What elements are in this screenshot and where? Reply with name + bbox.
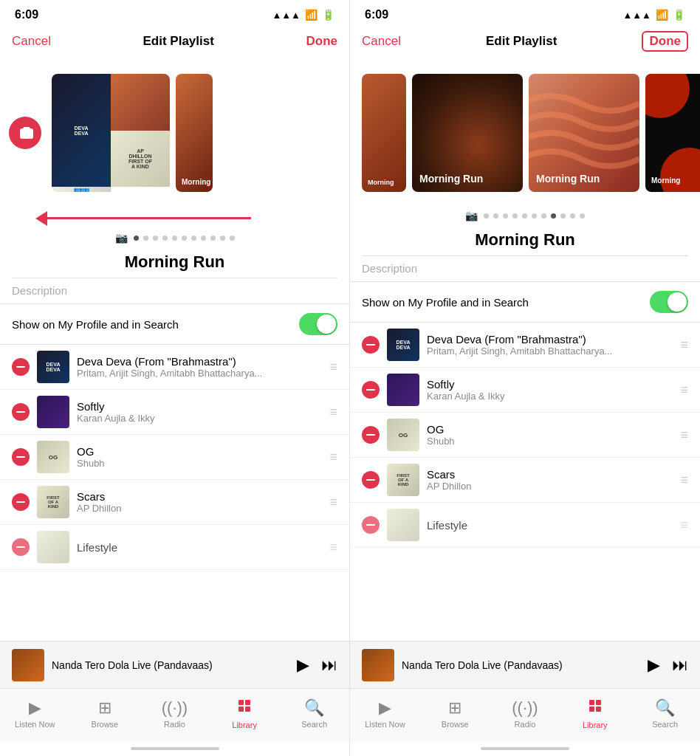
done-button-right[interactable]: Done	[642, 31, 688, 52]
cover-area-left: DEVADEVA APDHILLONFIRST OFA KIND 👥👥👥 Mor…	[0, 59, 349, 207]
nav-title-left: Edit Playlist	[143, 34, 214, 49]
tab-radio-left[interactable]: ((·)) Radio	[152, 698, 196, 729]
song-item-deva-right: DEVADEVA Deva Deva (From "Brahmastra") P…	[350, 323, 700, 368]
drag-handle-deva-left[interactable]: ≡	[329, 360, 337, 375]
now-playing-right: Nanda Tero Dola Live (Pandavaas) ▶ ⏭	[350, 641, 700, 688]
description-placeholder-right: Description	[362, 262, 417, 275]
song-remove-scars-left[interactable]	[12, 493, 30, 511]
toggle-switch-left[interactable]	[299, 313, 337, 335]
now-playing-left: Nanda Tero Dola Live (Pandavaas) ▶ ⏭	[0, 641, 349, 688]
cover-area-right: Morning Morning Run Morning Run	[350, 59, 700, 207]
toggle-switch-right[interactable]	[650, 291, 688, 313]
tab-bar-left: ▶ Listen Now ⊞ Browse ((·)) Radio Librar…	[0, 688, 349, 741]
tab-browse-right[interactable]: ⊞ Browse	[433, 698, 477, 729]
drag-handle-deva-right[interactable]: ≡	[680, 337, 688, 353]
toggle-knob-right	[668, 292, 687, 312]
playlist-title-input-left[interactable]	[12, 252, 337, 278]
song-art-og-right: OG	[387, 419, 419, 451]
song-artist-scars-left: AP Dhillon	[77, 503, 322, 514]
cover-scroll-right[interactable]: Morning Morning Run Morning Run	[350, 74, 700, 192]
drag-handle-lifestyle-right[interactable]: ≡	[680, 518, 688, 533]
song-info-og-right: OG Shubh	[427, 423, 673, 447]
done-button-left[interactable]: Done	[306, 34, 337, 49]
np-title-right: Nanda Tero Dola Live (Pandavaas)	[402, 659, 640, 671]
song-item-softly-left: Softly Karan Aujla & Ikky ≡	[0, 390, 349, 435]
drag-handle-softly-left[interactable]: ≡	[329, 405, 337, 420]
np-skip-button-right[interactable]: ⏭	[672, 656, 688, 675]
song-info-lifestyle-right: Lifestyle	[427, 519, 673, 532]
arrow-indicator-left	[0, 207, 349, 229]
battery-icon: 🔋	[322, 9, 334, 21]
home-bar-right	[481, 747, 569, 750]
playlist-title-row-left	[0, 250, 349, 278]
np-play-button-right[interactable]: ▶	[648, 656, 660, 675]
playlist-title-input-right[interactable]	[362, 230, 688, 256]
song-art-og-left: OG	[37, 441, 69, 473]
song-remove-softly-left[interactable]	[12, 403, 30, 421]
svg-rect-3	[245, 707, 250, 712]
tab-library-label-right: Library	[583, 721, 608, 729]
song-info-deva-right: Deva Deva (From "Brahmastra") Pritam, Ar…	[427, 333, 673, 357]
song-remove-deva-right[interactable]	[362, 336, 380, 354]
song-remove-lifestyle-right[interactable]	[362, 516, 380, 534]
song-info-softly-left: Softly Karan Aujla & Ikky	[77, 400, 322, 424]
song-name-lifestyle-left: Lifestyle	[77, 541, 322, 554]
dot-9-right	[560, 213, 566, 219]
minus-icon	[366, 434, 375, 436]
song-remove-softly-right[interactable]	[362, 381, 380, 399]
song-remove-og-right[interactable]	[362, 426, 380, 444]
drag-handle-og-right[interactable]: ≡	[680, 427, 688, 443]
dot-4-right	[512, 213, 518, 219]
status-icons-left: ▲▲▲ 📶 🔋	[272, 9, 334, 21]
np-controls-left: ▶ ⏭	[297, 656, 337, 675]
tab-search-left[interactable]: 🔍 Search	[292, 698, 337, 729]
dot-1-left	[134, 236, 139, 241]
collage-cell-tr	[111, 74, 170, 131]
cover-mr-partial-left[interactable]: Morning	[176, 74, 213, 192]
song-remove-scars-right[interactable]	[362, 471, 380, 489]
drag-handle-scars-right[interactable]: ≡	[680, 472, 688, 488]
description-row-left[interactable]: Description	[0, 278, 349, 304]
cancel-button-left[interactable]: Cancel	[12, 34, 51, 49]
cover-mr-2-right[interactable]: Morning Run	[529, 74, 639, 192]
song-remove-lifestyle-left[interactable]	[12, 538, 30, 556]
drag-handle-lifestyle-left[interactable]: ≡	[329, 540, 337, 555]
playlist-cover-collage[interactable]: DEVADEVA APDHILLONFIRST OFA KIND 👥👥👥	[52, 74, 170, 192]
camera-button-left[interactable]	[9, 117, 41, 149]
right-panel: 6:09 ▲▲▲ 📶 🔋 Cancel Edit Playlist Done M…	[350, 0, 700, 756]
np-play-button-left[interactable]: ▶	[297, 656, 309, 675]
description-row-right[interactable]: Description	[350, 256, 700, 282]
tab-browse-icon-right: ⊞	[448, 698, 461, 718]
cover-mr-1-right[interactable]: Morning Run	[412, 74, 523, 192]
tab-search-label-left: Search	[301, 720, 327, 729]
tab-browse-label-right: Browse	[442, 720, 469, 729]
song-name-og-left: OG	[77, 445, 322, 458]
song-artist-scars-right: AP Dhillon	[427, 481, 673, 492]
dot-3-left	[153, 236, 158, 241]
drag-handle-softly-right[interactable]: ≡	[680, 382, 688, 398]
tab-radio-right[interactable]: ((·)) Radio	[503, 698, 547, 729]
np-skip-button-left[interactable]: ⏭	[321, 656, 337, 675]
song-item-lifestyle-right: Lifestyle ≡	[350, 503, 700, 548]
dot-6-left	[182, 236, 187, 241]
toggle-label-left: Show on My Profile and in Search	[12, 318, 179, 331]
song-remove-deva-left[interactable]	[12, 358, 30, 376]
tab-listen-now-left[interactable]: ▶ Listen Now	[13, 698, 57, 729]
tab-radio-icon-left: ((·))	[162, 698, 188, 718]
tab-search-icon-left: 🔍	[304, 698, 324, 718]
minus-icon	[366, 524, 375, 526]
tab-library-left[interactable]: Library	[222, 698, 267, 729]
drag-handle-og-left[interactable]: ≡	[329, 450, 337, 465]
dot-8-left	[201, 236, 206, 241]
drag-handle-scars-left[interactable]: ≡	[329, 495, 337, 510]
song-remove-og-left[interactable]	[12, 448, 30, 466]
minus-icon	[16, 501, 25, 503]
tab-listen-label-right: Listen Now	[365, 720, 405, 729]
song-artist-softly-right: Karan Aujla & Ikky	[427, 391, 673, 402]
tab-library-right[interactable]: Library	[573, 698, 617, 729]
tab-browse-left[interactable]: ⊞ Browse	[83, 698, 127, 729]
song-item-lifestyle-left: Lifestyle ≡	[0, 525, 349, 570]
tab-search-right[interactable]: 🔍 Search	[643, 698, 687, 729]
cancel-button-right[interactable]: Cancel	[362, 34, 401, 49]
tab-listen-now-right[interactable]: ▶ Listen Now	[363, 698, 407, 729]
